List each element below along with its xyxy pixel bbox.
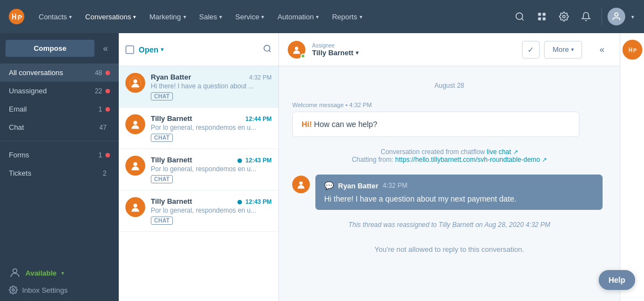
nav-sales[interactable]: Sales ▾ (194, 0, 228, 33)
collapse-sidebar-button[interactable]: « (98, 41, 113, 56)
top-navbar: Contacts ▾ Conversations ▾ Marketing ▾ S… (0, 0, 644, 33)
conversation-item-body: Ryan Batter 4:32 PM Hi there! I have a q… (151, 73, 272, 101)
active-indicator (237, 159, 242, 163)
message-rest: How can we help? (312, 120, 377, 129)
availability-toggle[interactable]: Available ▾ (9, 267, 110, 279)
right-panel (620, 33, 644, 301)
chevron-down-icon: ▾ (69, 14, 72, 20)
left-sidebar: Compose « All conversations 48 Unassigne… (0, 33, 119, 301)
svg-line-12 (269, 50, 271, 52)
sidebar-notification-dot (105, 153, 110, 157)
sidebar-divider (0, 141, 119, 141)
resolve-button[interactable]: ✓ (522, 41, 540, 59)
contact-avatar (125, 156, 145, 176)
contact-name: Tilly Barnett (151, 197, 192, 205)
account-chevron-icon[interactable]: ▾ (627, 7, 637, 27)
nav-service[interactable]: Service ▾ (230, 0, 270, 33)
contact-name: Ryan Batter (151, 73, 191, 81)
sidebar-notification-dot (105, 107, 110, 112)
select-all-checkbox[interactable] (125, 45, 134, 54)
sidebar-notification-dot (105, 71, 110, 75)
settings-button[interactable] (554, 7, 574, 27)
chevron-down-icon: ▾ (360, 14, 362, 20)
compose-button[interactable]: Compose (6, 40, 94, 57)
conversation-time: 4:32 PM (249, 74, 272, 81)
svg-line-2 (521, 18, 523, 20)
hubspot-logo[interactable] (7, 7, 27, 27)
svg-point-13 (134, 80, 138, 83)
chatting-from-url-link[interactable]: https://hello.tillybarnett.com/svh-round… (395, 156, 540, 163)
collapse-right-panel-button[interactable]: « (593, 41, 611, 59)
contact-avatar (125, 73, 145, 93)
conversation-channel-tag: CHAT (151, 216, 173, 225)
live-chat-link[interactable]: live chat (487, 148, 511, 156)
message-hi: Hi! (302, 120, 312, 129)
conversation-preview: Por lo general, respondemos en u... (151, 207, 272, 214)
nav-reports[interactable]: Reports ▾ (326, 0, 368, 33)
assignee-name-dropdown[interactable]: Tilly Barnett ▾ (312, 49, 358, 57)
marketplace-button[interactable] (532, 7, 552, 27)
notifications-button[interactable] (576, 7, 596, 27)
message-time: 4:32 PM (383, 182, 408, 189)
conversation-time: 12:43 PM (237, 157, 272, 163)
contact-name: Tilly Barnett (151, 114, 192, 123)
chevron-down-icon: ▾ (261, 14, 264, 20)
active-indicator (237, 200, 242, 204)
message-header: 💬 Ryan Batter 4:32 PM (324, 181, 594, 190)
inbound-message-row: 💬 Ryan Batter 4:32 PM Hi there! I have a… (292, 175, 606, 210)
nav-conversations[interactable]: Conversations ▾ (80, 0, 141, 33)
reassignment-notice: This thread was reassigned to Tilly Barn… (292, 221, 606, 229)
user-avatar[interactable] (608, 8, 625, 25)
sidebar-count: 1 (98, 151, 102, 159)
conversation-time: 12:43 PM (237, 198, 272, 205)
conversation-preview: Hi there! I have a question about ... (151, 82, 272, 90)
conversation-item[interactable]: Tilly Barnett 12:43 PM Por lo general, r… (119, 149, 278, 191)
more-button[interactable]: More ▾ (544, 41, 582, 59)
sidebar-item-email[interactable]: Email 1 (0, 100, 119, 118)
sidebar-count: 1 (98, 105, 102, 113)
conversation-item[interactable]: Tilly Barnett 12:43 PM Por lo general, r… (119, 191, 278, 232)
sidebar-bottom: Available ▾ Inbox Settings (0, 260, 119, 301)
chat-main: Assignee Tilly Barnett ▾ ✓ More ▾ « Augu… (279, 33, 620, 301)
svg-point-15 (134, 121, 138, 125)
sidebar-item-unassigned[interactable]: Unassigned 22 (0, 82, 119, 100)
nav-contacts[interactable]: Contacts ▾ (33, 0, 77, 33)
help-button[interactable]: Help (599, 270, 635, 290)
external-link-icon: ↗ (542, 156, 547, 163)
sidebar-item-all-conversations[interactable]: All conversations 48 (0, 64, 119, 82)
welcome-message: Welcome message • 4:32 PM Hi! How can we… (292, 102, 606, 137)
status-filter-dropdown[interactable]: Open ▾ (139, 45, 163, 54)
sender-avatar (292, 176, 310, 193)
assignee-avatar (288, 41, 305, 59)
svg-point-7 (563, 15, 566, 18)
conversation-preview: Por lo general, respondemos en u... (151, 165, 272, 173)
sidebar-item-chat[interactable]: Chat 47 (0, 118, 119, 136)
conversation-list-header: Open ▾ (119, 33, 278, 66)
assignee-info: Assignee Tilly Barnett ▾ (312, 43, 358, 57)
conversation-channel-tag: CHAT (151, 134, 173, 142)
date-divider: August 28 (292, 82, 606, 89)
search-button[interactable] (510, 7, 530, 27)
conversation-item[interactable]: Tilly Barnett 12:44 PM Por lo general, r… (119, 108, 278, 149)
conversation-item[interactable]: Ryan Batter 4:32 PM Hi there! I have a q… (119, 66, 278, 108)
sidebar-label: Unassigned (9, 87, 95, 95)
nav-marketing[interactable]: Marketing ▾ (144, 0, 191, 33)
svg-point-19 (299, 181, 303, 184)
nav-automation[interactable]: Automation ▾ (272, 0, 324, 33)
conversation-search-button[interactable] (263, 44, 272, 55)
message-meta: Welcome message • 4:32 PM (292, 102, 606, 108)
sidebar-label: Email (9, 105, 98, 113)
chevron-down-icon: ▾ (219, 14, 222, 20)
conversation-preview: Por lo general, respondemos en u... (151, 124, 272, 131)
hubspot-icon-button[interactable] (622, 40, 642, 60)
no-reply-notice: You're not allowed to reply to this conv… (292, 245, 606, 254)
conversation-created-info: Conversation created from chatflow live … (292, 148, 606, 163)
svg-point-10 (12, 289, 14, 291)
svg-point-9 (13, 269, 17, 273)
inbox-settings-label: Inbox Settings (22, 286, 67, 294)
sidebar-item-tickets[interactable]: Tickets 2 (0, 164, 119, 182)
assignee-label: Assignee (312, 43, 358, 49)
sidebar-item-forms[interactable]: Forms 1 (0, 146, 119, 164)
inbox-settings-link[interactable]: Inbox Settings (9, 286, 110, 294)
svg-rect-4 (543, 13, 546, 15)
